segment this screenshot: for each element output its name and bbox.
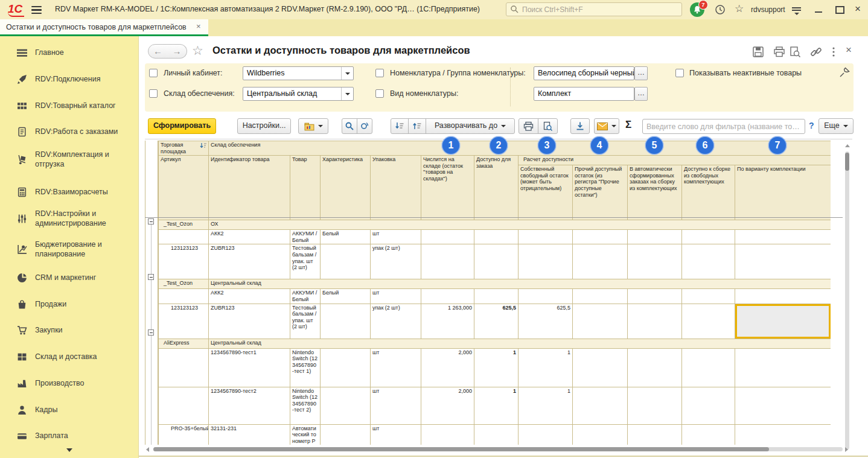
table-row[interactable]: 123123123ZUBR123Тестовый бальзам / упак.…: [159, 244, 831, 279]
collapse-group-icon[interactable]: [148, 329, 154, 336]
group-row[interactable]: _Test_OzonЦентральный склад: [159, 279, 831, 289]
cell-auto[interactable]: [628, 387, 682, 424]
cell-warehouse[interactable]: ОХ: [209, 220, 831, 230]
cell-avail[interactable]: 1: [474, 348, 519, 387]
find-next-button[interactable]: [357, 118, 372, 134]
more-actions-button[interactable]: Еще: [819, 118, 854, 134]
cell-other[interactable]: [573, 230, 628, 244]
column-header-qty[interactable]: Числится на складе (остаток "товаров на …: [421, 156, 474, 220]
sidebar-item-rdv-settlements[interactable]: RDV:Взаиморасчеты: [0, 182, 139, 202]
cell-tovar[interactable]: Тестовый бальзам / упак. шт (2 шт): [290, 244, 321, 279]
cell-char[interactable]: [321, 387, 371, 424]
save-icon[interactable]: [752, 46, 764, 58]
table-row[interactable]: 123123123ZUBR123Тестовый бальзам / упак.…: [159, 304, 831, 339]
cell-pack[interactable]: шт: [371, 348, 421, 387]
group-row[interactable]: AliExpressЦентральный склад: [159, 339, 831, 348]
nomenclature-field[interactable]: Велосипед сборный черный: [534, 66, 634, 80]
cell-tovar[interactable]: АККУМИ / Белый: [290, 289, 321, 304]
sum-sigma-button[interactable]: Σ: [625, 119, 631, 131]
cell-char[interactable]: [321, 348, 371, 387]
cell-avail[interactable]: 625,5: [474, 304, 519, 339]
report-grid[interactable]: Торговая площадка Склад обеспечения Арти…: [158, 141, 831, 445]
column-header-id[interactable]: Идентификатор товара: [209, 156, 290, 220]
column-header-char[interactable]: Характеристика: [321, 156, 371, 220]
generate-button[interactable]: Сформировать: [148, 118, 216, 134]
cell-qty[interactable]: [421, 424, 474, 445]
column-header-pack[interactable]: Упаковка: [371, 156, 421, 220]
cell-assembly[interactable]: [682, 424, 735, 445]
save-file-button[interactable]: [570, 118, 590, 134]
table-row[interactable]: АКК2АККУМИ / БелыйБелыйшт: [159, 289, 831, 304]
sidebar-item-sales[interactable]: Продажи: [0, 294, 139, 314]
sidebar-item-rdv-connections[interactable]: RDV:Подключения: [0, 69, 139, 89]
cell-auto[interactable]: [628, 244, 682, 279]
help-link[interactable]: ?: [809, 121, 814, 130]
cell-articul[interactable]: 123123123: [159, 304, 209, 339]
maximize-button[interactable]: [835, 6, 844, 14]
current-user[interactable]: rdvsupport: [751, 5, 785, 14]
cell-warehouse[interactable]: Центральный склад: [209, 339, 831, 348]
sort-asc-icon[interactable]: [200, 142, 207, 151]
cell-char[interactable]: [321, 304, 371, 339]
cell-own[interactable]: [519, 230, 573, 244]
print-icon[interactable]: [773, 46, 785, 58]
cell-id[interactable]: 1234567890-тест1: [209, 348, 290, 387]
preview-table-button[interactable]: [538, 118, 558, 134]
cell-variant[interactable]: [735, 304, 831, 339]
cell-tovar[interactable]: Nintendo Switch (1234567890-тест 2): [290, 387, 321, 424]
sidebar-item-warehouse[interactable]: Склад и доставка: [0, 346, 139, 367]
expand-all-button[interactable]: [408, 118, 426, 134]
history-icon[interactable]: [715, 4, 726, 15]
sidebar-item-rdv-catalog[interactable]: RDV:Товарный каталог: [0, 95, 139, 116]
cell-articul[interactable]: [159, 230, 209, 244]
nomtype-choose-button[interactable]: …: [634, 87, 648, 101]
vertical-scroll-thumb[interactable]: [845, 153, 849, 171]
print-table-button[interactable]: [519, 118, 538, 134]
nomenclature-choose-button[interactable]: …: [634, 66, 648, 80]
cell-auto[interactable]: [628, 289, 682, 304]
cell-auto[interactable]: [628, 348, 682, 387]
window-close-button[interactable]: ×: [855, 3, 861, 15]
chevron-down-icon[interactable]: [341, 67, 353, 80]
column-header-avail[interactable]: Доступно для заказа: [474, 156, 519, 220]
more-menu-icon[interactable]: [828, 46, 840, 58]
form-close-icon[interactable]: ×: [846, 44, 852, 56]
cell-variant[interactable]: [735, 289, 831, 304]
cell-id[interactable]: 1234567890-тест2: [209, 387, 290, 424]
cell-assembly[interactable]: [682, 289, 735, 304]
cell-pack[interactable]: шт: [371, 387, 421, 424]
cell-id[interactable]: ZUBR123: [209, 304, 290, 339]
tab-stock-availability[interactable]: Остатки и доступность товаров для маркет…: [0, 19, 208, 34]
cell-own[interactable]: 1: [519, 348, 573, 387]
cell-avail[interactable]: [474, 424, 519, 445]
group-row[interactable]: _Test_OzonОХ: [159, 220, 831, 230]
cell-own[interactable]: 625,5: [519, 304, 573, 339]
cell-auto[interactable]: [628, 304, 682, 339]
cell-qty[interactable]: 2,000: [421, 387, 474, 424]
cell-assembly[interactable]: [682, 230, 735, 244]
pin-icon[interactable]: [838, 66, 850, 78]
cell-avail[interactable]: [474, 244, 519, 279]
cell-variant[interactable]: [735, 244, 831, 279]
collapse-group-icon[interactable]: [148, 218, 154, 224]
favorites-star-icon[interactable]: ☆: [735, 2, 744, 15]
cell-pack[interactable]: упак (2 шт): [371, 304, 421, 339]
cell-char[interactable]: [321, 244, 371, 279]
horizontal-scroll-thumb[interactable]: [153, 447, 769, 451]
scroll-left-arrow[interactable]: [146, 447, 149, 452]
cell-avail[interactable]: [474, 289, 519, 304]
sidebar-item-hr[interactable]: Кадры: [0, 399, 139, 420]
sidebar-item-rdv-shipping[interactable]: RDV:Комплектация и отгрузка: [0, 149, 139, 170]
column-header-tovar[interactable]: Товар: [290, 156, 321, 220]
cell-char[interactable]: [321, 424, 371, 445]
expand-to-button[interactable]: Разворачивать до: [426, 118, 515, 134]
scroll-up-arrow[interactable]: [845, 144, 850, 147]
cell-other[interactable]: [573, 424, 628, 445]
column-header-variant[interactable]: По варианту комплектации: [735, 165, 831, 220]
column-header-other-stock[interactable]: Прочий доступный остаток (из регистра "П…: [573, 165, 628, 220]
cell-articul[interactable]: [159, 387, 209, 424]
cell-other[interactable]: [573, 348, 628, 387]
find-button[interactable]: [342, 118, 357, 134]
cell-articul[interactable]: 123123123: [159, 244, 209, 279]
cell-articul[interactable]: [159, 289, 209, 304]
